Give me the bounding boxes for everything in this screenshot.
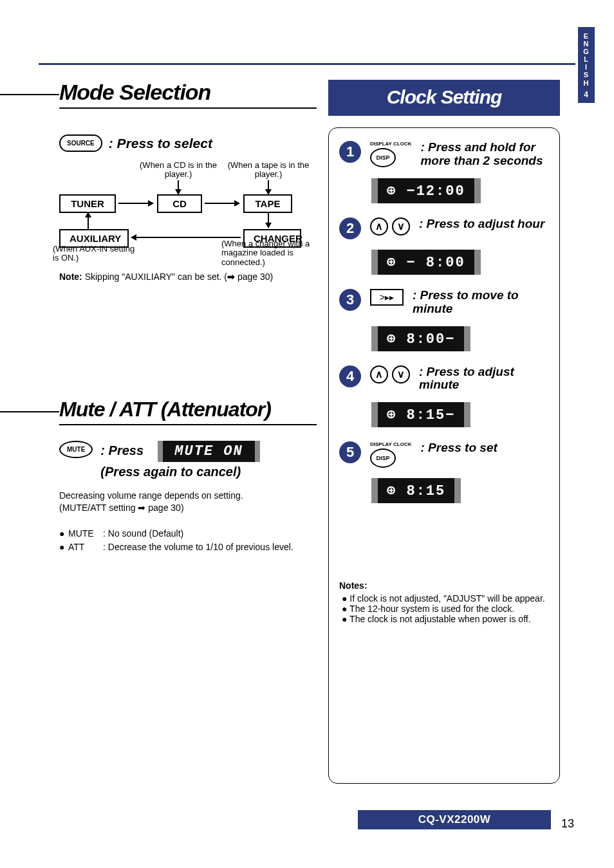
language-tab: ENGLISH 4	[578, 27, 595, 103]
disp-button[interactable]: DISP	[370, 148, 396, 167]
step-1: 1 DISPLAY CLOCK DISP : Press and hold fo…	[339, 141, 549, 168]
arrow-cd-tape	[205, 203, 239, 204]
caption-aux: (When AUX-IN setting is ON.)	[53, 245, 136, 263]
step-number-1: 1	[339, 141, 361, 163]
step-3: 3 >▸▸ : Press to move to minute	[339, 289, 549, 316]
step-4-text: : Press to adjust minute	[419, 365, 549, 392]
note-text: Skipping "AUXILIARY" can be set. (	[82, 272, 227, 282]
caption-tape: (When a tape is in the player.)	[227, 161, 310, 180]
note-label: Note:	[59, 272, 82, 282]
mute-description: Decreasing volume range depends on setti…	[59, 490, 317, 514]
arrow-right-icon: ➡	[227, 272, 235, 282]
mode-selection-title: Mode Selection	[59, 80, 317, 109]
step-number-3: 3	[339, 289, 361, 311]
press-to-select-label: : Press to select	[109, 136, 212, 151]
mute-cancel-label: (Press again to cancel)	[100, 465, 259, 479]
display-clock-label-2: DISPLAY CLOCK	[370, 441, 411, 447]
arrow-auxiliary-tuner	[88, 212, 89, 229]
page-number: 13	[561, 817, 574, 831]
step-5: 5 DISPLAY CLOCK DISP : Press to set	[339, 441, 549, 468]
box-tuner: TUNER	[59, 194, 116, 213]
mode-note: Note: Skipping "AUXILIARY" can be set. (…	[59, 272, 317, 282]
model-footer: CQ-VX2200W	[358, 810, 551, 829]
lcd-step-1: ⊕ −12:00	[371, 178, 481, 203]
clock-setting-title: Clock Setting	[328, 80, 560, 116]
arrow-changer-auxiliary	[131, 237, 241, 238]
caption-cd: (When a CD is in the player.)	[136, 161, 220, 180]
step-number-5: 5	[339, 441, 361, 463]
forward-button[interactable]: >▸▸	[370, 289, 404, 306]
box-cd: CD	[157, 194, 202, 213]
up-button-2[interactable]: ∧	[370, 365, 388, 383]
source-button[interactable]: SOURCE	[59, 134, 102, 152]
clock-notes-label: Notes:	[339, 580, 549, 591]
clock-notes: Notes: If clock is not adjusted, "ADJUST…	[339, 580, 549, 624]
mute-button[interactable]: MUTE	[59, 441, 93, 458]
step-number-4: 4	[339, 365, 361, 387]
lcd-step-4: ⊕ 8:15−	[371, 402, 470, 427]
arrow-caption-tape	[268, 180, 269, 194]
down-button-2[interactable]: ∨	[392, 365, 410, 383]
lcd-step-3: ⊕ 8:00−	[371, 326, 470, 351]
mute-title: Mute / ATT (Attenuator)	[59, 398, 317, 425]
display-clock-label: DISPLAY CLOCK	[370, 141, 411, 147]
arrow-tape-changer	[268, 212, 269, 228]
lcd-step-2: ⊕ − 8:00	[371, 250, 481, 275]
top-rule	[39, 63, 575, 65]
mode-flow-diagram: (When a CD is in the player.) (When a ta…	[59, 161, 304, 264]
box-tape: TAPE	[243, 194, 292, 213]
lcd-step-5: ⊕ 8:15	[371, 478, 461, 503]
clock-note-item: The 12-hour system is used for the clock…	[342, 604, 549, 614]
caption-changer: (When a changer with a magazine loaded i…	[221, 239, 318, 267]
clock-setting-panel: 1 DISPLAY CLOCK DISP : Press and hold fo…	[328, 127, 560, 784]
clock-note-item: The clock is not adjustable when power i…	[342, 614, 549, 624]
mute-press-label: : Press MUTE ON	[100, 441, 259, 462]
mute-bullets: ●MUTE: No sound (Default) ●ATT: Decrease…	[59, 527, 317, 554]
step-4: 4 ∧ ∨ : Press to adjust minute	[339, 365, 549, 392]
step-1-text: : Press and hold for more than 2 seconds	[420, 141, 549, 168]
step-2: 2 ∧ ∨ : Press to adjust hour	[339, 217, 549, 239]
down-button[interactable]: ∨	[392, 217, 410, 235]
step-2-text: : Press to adjust hour	[419, 217, 549, 231]
arrow-caption-cd	[178, 180, 179, 194]
mute-lcd: MUTE ON	[158, 441, 259, 462]
note-page-ref: page 30)	[235, 272, 273, 282]
section-number: 4	[578, 91, 595, 99]
step-number-2: 2	[339, 217, 361, 239]
language-letters: ENGLISH	[578, 32, 595, 87]
step-5-text: : Press to set	[420, 441, 549, 455]
arrow-tuner-cd	[118, 203, 153, 204]
up-button[interactable]: ∧	[370, 217, 388, 235]
disp-button-2[interactable]: DISP	[370, 448, 396, 468]
step-3-text: : Press to move to minute	[413, 289, 549, 316]
clock-note-item: If clock is not adjusted, "ADJUST" will …	[342, 593, 549, 604]
